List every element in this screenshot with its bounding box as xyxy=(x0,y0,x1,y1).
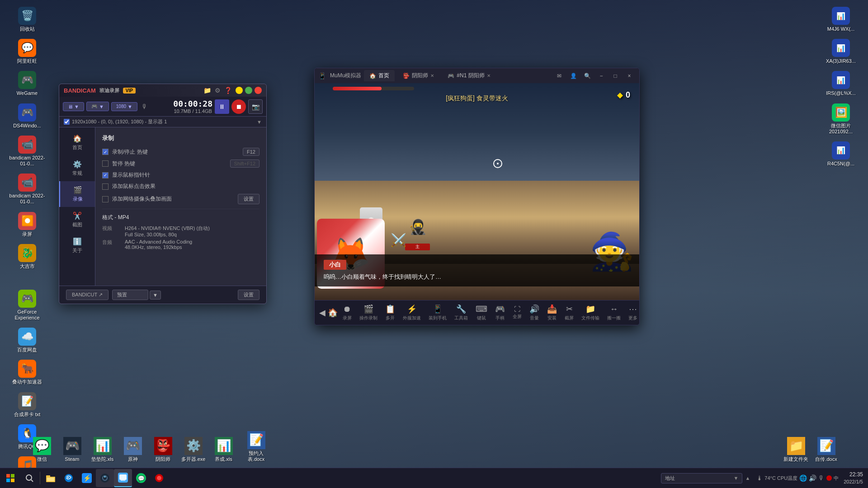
bandicam-game-mode[interactable]: 🎮 ▼ xyxy=(86,102,109,111)
mumu-user-btn[interactable]: 👤 xyxy=(567,71,580,81)
desktop-icon-m4j6[interactable]: 📊 M4J6 WX(... xyxy=(818,5,863,34)
taskbar-record[interactable] xyxy=(150,469,168,487)
bandicam-settings-icon[interactable]: ⚙ xyxy=(215,87,221,94)
taskbar-address-bar[interactable]: 地址 ▼ xyxy=(661,473,742,483)
desktop-icon-yuru[interactable]: 📝 预约入表.docx xyxy=(239,429,273,465)
mumu-tab-close-1[interactable]: ✕ xyxy=(430,73,434,78)
desktop-icon-zizhuan[interactable]: 📝 自传.docx xyxy=(811,435,841,465)
bandicam-bandicut-btn[interactable]: BANDICUT ↗ xyxy=(66,290,108,300)
bandicam-preset-arrow[interactable]: ▼ xyxy=(150,291,161,300)
bandicam-info-expand[interactable]: ▼ xyxy=(257,119,262,125)
mumu-tb-fullscreen[interactable]: ⛶ 全屏 xyxy=(510,304,524,321)
bandicam-folder-icon[interactable]: 📁 xyxy=(203,87,211,94)
desktop-icon-bandicam2[interactable]: 📹 bandicam 2022-01-0... xyxy=(5,171,50,207)
mumu-game-content[interactable]: ◆ 0 [疯狂狗蛋] 食灵带迷火 🧝 白和变卖 🥷 主 ⚔️ xyxy=(315,83,639,300)
bandicam-stop-btn[interactable]: ⏹ xyxy=(231,99,246,114)
taskbar-address-dropdown[interactable]: ▼ xyxy=(734,475,739,481)
mumu-tab-close-2[interactable]: ✕ xyxy=(487,73,491,78)
desktop-icon-r4c5n[interactable]: 📊 R4C5N(@... xyxy=(818,139,863,169)
bandicam-webcam-check[interactable] xyxy=(102,196,108,202)
mumu-search-btn[interactable]: 🔍 xyxy=(581,71,594,81)
desktop-icon-dajishi[interactable]: 🐉 大吉市 xyxy=(5,242,50,272)
mumu-tb-screenshot[interactable]: ✂ 截屏 xyxy=(562,303,576,323)
desktop-icon-baidu[interactable]: ☁️ 百度网盘 xyxy=(5,325,50,355)
bandicam-nav-about[interactable]: ℹ️ 关于 xyxy=(59,233,95,258)
bandicam-info-checkbox[interactable] xyxy=(64,119,70,125)
taskbar-file-explorer[interactable] xyxy=(42,469,60,487)
mumu-tb-operation[interactable]: 🎬 操作录制 xyxy=(357,303,380,323)
bandicam-rec-hotkey-check[interactable] xyxy=(102,149,108,155)
bandicam-nav-home[interactable]: 🏠 首页 xyxy=(59,130,95,155)
desktop-icon-diedie[interactable]: 📊 垫垫陀.xls xyxy=(88,435,117,465)
taskbar-leidian[interactable]: ⚡ xyxy=(78,469,96,487)
desktop-icon-wechat-img[interactable]: 🖼️ 微信图片 2021092... xyxy=(818,101,863,137)
taskbar-volume-icon[interactable]: 🔊 xyxy=(809,474,816,482)
desktop-icon-duokai[interactable]: ⚙️ 多开器.exe xyxy=(179,435,208,465)
mumu-tb-files[interactable]: 📁 文件传输 xyxy=(579,303,602,323)
desktop-icon-new-folder[interactable]: 📁 新建文件夹 xyxy=(781,435,811,465)
desktop-icon-hejie[interactable]: 📝 合成界卡 txt xyxy=(5,390,50,420)
bandicam-pause-hotkey-check[interactable] xyxy=(102,160,108,167)
mumu-tab-home[interactable]: 🏠 首页 xyxy=(364,70,395,81)
desktop-icon-steam[interactable]: 🎮 Steam xyxy=(57,435,87,465)
taskbar-edge[interactable] xyxy=(60,469,78,487)
bandicam-nav-recording[interactable]: 🎬 录像 xyxy=(59,181,95,207)
taskbar-start-btn[interactable] xyxy=(0,468,20,488)
desktop-icon-record[interactable]: ⏺️ 录屏 xyxy=(5,210,50,239)
bandicam-nav-settings[interactable]: ⚙️ 常规 xyxy=(59,155,95,181)
bandicam-help-icon[interactable]: ❓ xyxy=(224,87,232,94)
mumu-back-btn[interactable]: ◀ xyxy=(319,305,326,321)
mumu-minimize-btn[interactable]: − xyxy=(595,71,608,81)
mumu-tb-toolbox[interactable]: 🔧 工具箱 xyxy=(452,303,471,323)
mumu-tb-gamepad[interactable]: 🎮 手柄 xyxy=(492,303,508,323)
bandicam-cursor-check[interactable] xyxy=(102,172,108,178)
desktop-icon-ds4windows[interactable]: 🎮 DS4Windo... xyxy=(5,101,50,131)
mumu-tab-yinyang1[interactable]: 👺 阴阳师 ✕ xyxy=(397,70,439,81)
taskbar-clock[interactable]: 22:35 2022/1/5 xyxy=(844,471,863,485)
bandicam-screen-mode[interactable]: 🖥 ▼ xyxy=(63,102,84,111)
mumu-tb-phone[interactable]: 📱 装到手机 xyxy=(426,303,449,323)
taskbar-steam[interactable] xyxy=(96,469,114,487)
mumu-mail-btn[interactable]: ✉ xyxy=(553,71,566,81)
taskbar-mic-icon[interactable]: 🎙 xyxy=(818,474,825,482)
mumu-restore-btn[interactable]: □ xyxy=(609,71,622,81)
mumu-tb-screen-capture[interactable]: ⏺ 录屏 xyxy=(340,303,354,323)
desktop-icon-wechat-bottom[interactable]: 💬 微信 xyxy=(27,435,57,465)
taskbar-temperature-icon[interactable]: 🌡 xyxy=(756,474,763,482)
mumu-tab-yinyang2[interactable]: 🎮 #N1 阴阳师 ✕ xyxy=(442,70,495,81)
desktop-icon-yuanshen[interactable]: 🎮 原神 xyxy=(118,435,147,465)
mumu-tb-install[interactable]: 📥 安装 xyxy=(544,303,560,323)
taskbar-network-icon[interactable]: 🌐 xyxy=(799,474,807,482)
mumu-tb-forward[interactable]: ↔ 搬一搬 xyxy=(604,303,623,323)
bandicam-screenshot-btn[interactable]: 📷 xyxy=(248,99,263,114)
taskbar-arrow-up[interactable]: ▲ xyxy=(744,475,751,481)
bandicam-res-mode[interactable]: 1080 ▼ xyxy=(111,102,137,111)
desktop-icon-geforce[interactable]: 🎮 GeForce Experience xyxy=(5,287,50,323)
taskbar-mumu[interactable] xyxy=(114,469,132,487)
desktop-icon-xa3[interactable]: 📊 XA(3)JIR63... xyxy=(818,37,863,66)
mumu-tb-volume[interactable]: 🔊 音量 xyxy=(527,303,542,323)
bandicam-click-check[interactable] xyxy=(102,183,108,190)
mumu-home-btn[interactable]: 🏠 xyxy=(328,305,338,321)
bandicam-maximize-btn[interactable] xyxy=(245,87,252,94)
bandicam-close-btn[interactable] xyxy=(255,87,262,94)
bandicam-pause-btn[interactable]: ⏸ xyxy=(215,99,229,114)
bandicam-minimize-btn[interactable] xyxy=(236,87,243,94)
desktop-icon-bandicam1[interactable]: 📹 bandicam 2022-01-0... xyxy=(5,133,50,169)
taskbar-search-btn[interactable] xyxy=(20,468,38,488)
desktop-icon-recycle[interactable]: 🗑️ 回收站 xyxy=(5,5,50,34)
desktop-icon-niuniu[interactable]: 🐂 叠动牛加速器 xyxy=(5,357,50,387)
desktop-icon-yinyang-bottom[interactable]: 👺 阴阳师 xyxy=(148,435,178,465)
mumu-tb-boost[interactable]: ⚡ 外服加速 xyxy=(400,303,424,323)
desktop-icon-wegame[interactable]: 🎮 WeGame xyxy=(5,69,50,99)
desktop-icon-alibangbang[interactable]: 💬 阿里旺旺 xyxy=(5,37,50,66)
mumu-close-btn[interactable]: × xyxy=(623,71,636,81)
mumu-tb-multi[interactable]: 📋 多开 xyxy=(382,303,398,323)
taskbar-wechat[interactable]: 💬 xyxy=(132,469,150,487)
bandicam-webcam-settings-btn[interactable]: 设置 xyxy=(238,194,259,204)
mumu-tb-keyboard[interactable]: ⌨ 键鼠 xyxy=(473,303,490,323)
desktop-icon-irs[interactable]: 📊 IRS(@L%X... xyxy=(818,69,863,99)
desktop-icon-yangcheng[interactable]: 📊 养成.xls xyxy=(209,435,238,465)
bandicam-format-settings-btn[interactable]: 设置 xyxy=(238,290,259,300)
mumu-tb-more[interactable]: ⋯ 更多 xyxy=(626,303,640,323)
